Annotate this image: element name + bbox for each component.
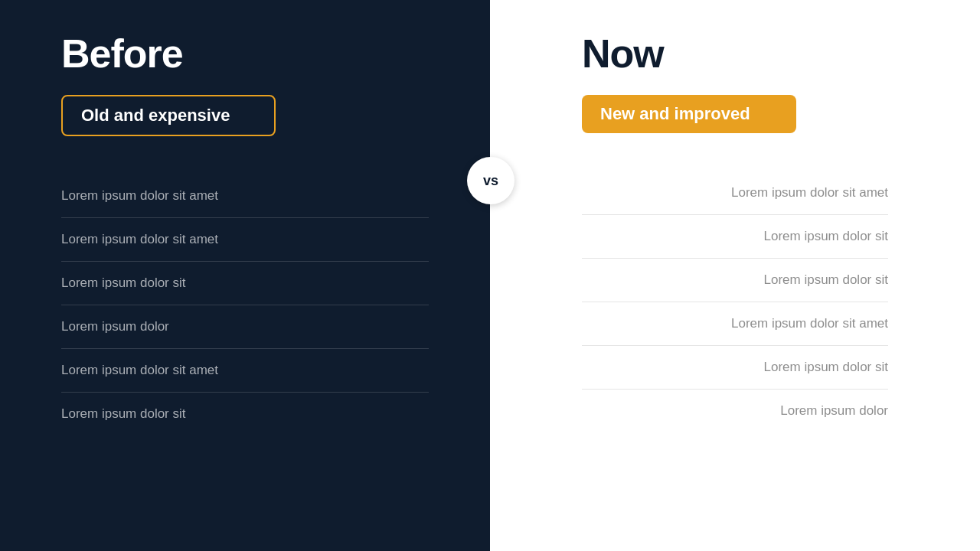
right-list-item: Lorem ipsum dolor sit <box>582 259 888 302</box>
left-list-item: Lorem ipsum dolor sit <box>61 262 429 305</box>
right-comparison-list: Lorem ipsum dolor sit ametLorem ipsum do… <box>582 171 888 520</box>
left-list-item: Lorem ipsum dolor sit amet <box>61 218 429 262</box>
left-list-item: Lorem ipsum dolor sit amet <box>61 174 429 218</box>
left-list-item: Lorem ipsum dolor <box>61 305 429 349</box>
old-badge: Old and expensive <box>61 95 276 136</box>
right-list-item: Lorem ipsum dolor sit amet <box>582 171 888 215</box>
right-list-item: Lorem ipsum dolor sit amet <box>582 302 888 346</box>
right-list-item: Lorem ipsum dolor sit <box>582 346 888 390</box>
right-list-item: Lorem ipsum dolor <box>582 390 888 432</box>
left-comparison-list: Lorem ipsum dolor sit ametLorem ipsum do… <box>61 174 429 520</box>
right-list-item: Lorem ipsum dolor sit <box>582 215 888 259</box>
left-list-item: Lorem ipsum dolor sit amet <box>61 349 429 393</box>
left-panel: Before Old and expensive Lorem ipsum dol… <box>0 0 490 551</box>
new-badge: New and improved <box>582 95 796 133</box>
now-title: Now <box>582 31 888 77</box>
left-list-item: Lorem ipsum dolor sit <box>61 393 429 435</box>
right-panel: Now New and improved Lorem ipsum dolor s… <box>490 0 980 551</box>
before-title: Before <box>61 31 429 77</box>
